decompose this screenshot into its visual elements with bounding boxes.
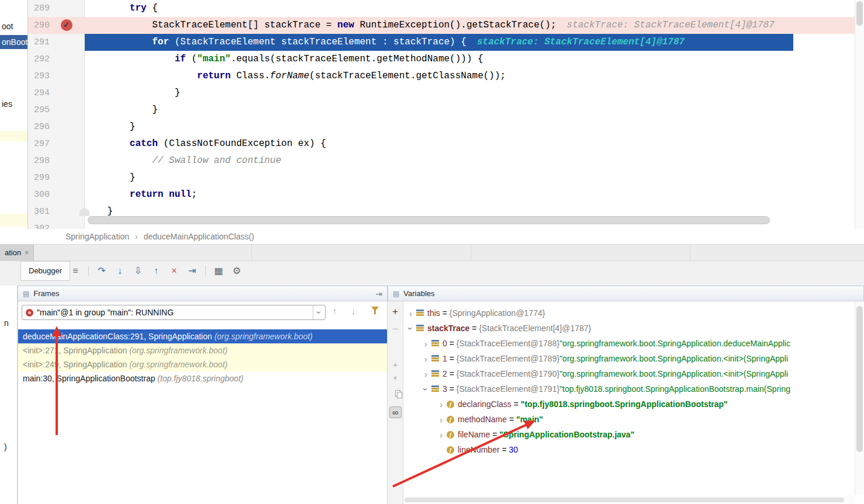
move-up-button[interactable]: ▲ xyxy=(388,361,403,367)
line-number[interactable]: 299 xyxy=(28,169,85,186)
code-line-299[interactable]: 299 } xyxy=(28,169,855,186)
variable-row-declaringClass[interactable]: ›declaringClass = "top.fjy8018.springboo… xyxy=(403,397,855,412)
code-editor[interactable]: 289 try {290 StackTraceElement[] stackTr… xyxy=(28,0,855,229)
hide-library-frames-funnel-icon[interactable] xyxy=(371,307,379,314)
tab-debugger[interactable]: Debugger xyxy=(20,261,70,281)
next-frame-button[interactable]: ↓ xyxy=(351,306,356,316)
remove-watch-button[interactable]: − xyxy=(388,324,403,335)
line-number[interactable]: 302 xyxy=(28,220,85,229)
line-number[interactable]: 295 xyxy=(28,102,85,119)
object-icon xyxy=(431,340,439,347)
ide-window: oot onBoot ies 289 try {290 StackTraceEl… xyxy=(0,0,864,504)
frame-row[interactable]: deduceMainApplicationClass:291, SpringAp… xyxy=(18,329,387,343)
drop-frame-button[interactable]: × xyxy=(167,263,182,279)
project-tree-item-fragment[interactable]: ies xyxy=(2,99,12,109)
add-watch-button[interactable]: + xyxy=(388,306,403,318)
scrollbar-thumb[interactable] xyxy=(856,1,863,26)
thread-selector-value: "main"@1 in group "main": RUNNING xyxy=(37,308,313,317)
variable-row-methodName[interactable]: ›methodName = "main" xyxy=(403,412,855,427)
variables-vertical-scrollbar[interactable] xyxy=(855,301,864,495)
line-number[interactable]: 292 xyxy=(28,51,85,68)
tool-window-stripe-fragment[interactable]: n xyxy=(4,318,9,328)
menu-button[interactable]: ≡ xyxy=(68,263,83,279)
project-tree-item-fragment[interactable]: oot xyxy=(2,22,13,31)
expand-chevron[interactable]: › xyxy=(437,415,445,425)
expand-chevron[interactable]: › xyxy=(406,308,415,318)
breadcrumb-method[interactable]: deduceMainApplicationClass() xyxy=(144,232,254,241)
editor-tab-bar: ation× xyxy=(0,245,864,261)
line-number[interactable]: 293 xyxy=(28,68,85,85)
code-line-292[interactable]: 292 if ("main".equals(stackTraceElement.… xyxy=(28,51,855,68)
code-text: return Class.forName(stackTraceElement.g… xyxy=(85,71,506,81)
code-line-298[interactable]: 298 // Swallow and continue xyxy=(28,152,855,169)
variable-row-stackTrace[interactable]: ›stackTrace = {StackTraceElement[4]@1787… xyxy=(403,321,855,336)
pin-icon[interactable]: ⇥ xyxy=(375,289,382,298)
show-return-values-toggle[interactable]: ∞ xyxy=(388,406,403,418)
variable-row-lineNumber[interactable]: lineNumber = 30 xyxy=(403,442,855,457)
code-line-295[interactable]: 295 } xyxy=(28,102,855,119)
layout-settings-button[interactable]: ⚙ xyxy=(229,263,244,279)
frame-row[interactable]: main:30, SpringApplicationBootstrap (top… xyxy=(18,371,387,385)
variable-row-2[interactable]: ›2 = {StackTraceElement@1790} "org.sprin… xyxy=(403,366,855,381)
step-into-button[interactable]: ↓ xyxy=(112,263,127,279)
frames-list: deduceMainApplicationClass:291, SpringAp… xyxy=(18,329,387,385)
close-icon[interactable]: × xyxy=(25,249,29,257)
breakpoint-icon[interactable] xyxy=(61,19,72,31)
frame-row[interactable]: <init>:271, SpringApplication (org.sprin… xyxy=(18,343,387,357)
line-number[interactable]: 298 xyxy=(28,152,85,169)
variables-horizontal-scrollbar[interactable] xyxy=(403,495,855,504)
thread-selector[interactable]: "main"@1 in group "main": RUNNING › xyxy=(22,305,326,320)
expand-chevron[interactable]: › xyxy=(421,385,431,394)
code-line-293[interactable]: 293 return Class.forName(stackTraceEleme… xyxy=(28,68,855,85)
object-icon xyxy=(431,370,439,377)
expand-chevron[interactable]: › xyxy=(406,324,416,333)
tool-window-stripe-fragment[interactable]: ) xyxy=(4,442,7,451)
line-number[interactable]: 296 xyxy=(28,119,85,135)
variable-row-fileName[interactable]: ›fileName = "SpringApplicationBootstrap.… xyxy=(403,427,855,442)
editor-horizontal-scrollbar[interactable] xyxy=(88,216,770,224)
field-icon xyxy=(447,416,454,423)
line-number[interactable]: 291 xyxy=(28,34,85,51)
code-line-300[interactable]: 300 return null; xyxy=(28,186,855,203)
code-line-294[interactable]: 294 } xyxy=(28,85,855,102)
line-number[interactable]: 290 xyxy=(28,17,85,34)
expand-chevron[interactable]: › xyxy=(421,339,430,349)
variable-row-1[interactable]: ›1 = {StackTraceElement@1789} "org.sprin… xyxy=(403,351,855,366)
code-line-289[interactable]: 289 try { xyxy=(28,0,855,17)
step-over-button[interactable]: ↷ xyxy=(94,263,109,279)
chevron-down-icon[interactable]: › xyxy=(313,305,325,319)
line-number[interactable]: 300 xyxy=(28,186,85,203)
field-icon xyxy=(447,401,454,408)
scrollbar-thumb[interactable] xyxy=(405,498,844,502)
line-number[interactable]: 289 xyxy=(28,0,85,17)
field-icon xyxy=(447,431,454,439)
code-line-296[interactable]: 296 } xyxy=(28,119,855,135)
previous-frame-button[interactable]: ↑ xyxy=(333,306,337,316)
expand-chevron[interactable]: › xyxy=(421,354,430,364)
editor-tab[interactable]: ation× xyxy=(0,245,34,260)
variable-row-this[interactable]: ›this = {SpringApplication@1774} xyxy=(403,305,855,321)
variable-row-3[interactable]: ›3 = {StackTraceElement@1791} "top.fjy80… xyxy=(403,381,855,397)
frame-row[interactable]: <init>:249, SpringApplication (org.sprin… xyxy=(18,357,387,371)
code-line-290[interactable]: 290 StackTraceElement[] stackTrace = new… xyxy=(28,17,855,34)
code-line-297[interactable]: 297 catch (ClassNotFoundException ex) { xyxy=(28,135,855,152)
step-out-button[interactable]: ↑ xyxy=(148,263,164,279)
line-number[interactable]: 294 xyxy=(28,85,85,102)
run-to-cursor-button[interactable]: ⇥ xyxy=(185,263,200,279)
code-line-291[interactable]: 291 for (StackTraceElement stackTraceEle… xyxy=(28,34,855,51)
line-number[interactable]: 301 xyxy=(28,203,85,220)
field-icon xyxy=(447,446,454,454)
move-down-button[interactable]: ▼ xyxy=(388,375,403,381)
editor-vertical-scrollbar[interactable] xyxy=(855,0,864,229)
code-text: } xyxy=(85,88,180,98)
view-breakpoints-button[interactable]: ▦ xyxy=(211,263,226,279)
expand-chevron[interactable]: › xyxy=(437,399,445,409)
project-tree-item-selected[interactable]: onBoot xyxy=(0,35,28,49)
expand-chevron[interactable]: › xyxy=(437,430,445,440)
line-number[interactable]: 297 xyxy=(28,135,85,152)
breadcrumb-class[interactable]: SpringApplication xyxy=(65,232,129,241)
force-step-into-button[interactable]: ⇩ xyxy=(130,263,146,279)
scrollbar-thumb[interactable] xyxy=(856,306,863,452)
variable-row-0[interactable]: ›0 = {StackTraceElement@1788} "org.sprin… xyxy=(403,336,855,351)
expand-chevron[interactable]: › xyxy=(421,369,430,379)
